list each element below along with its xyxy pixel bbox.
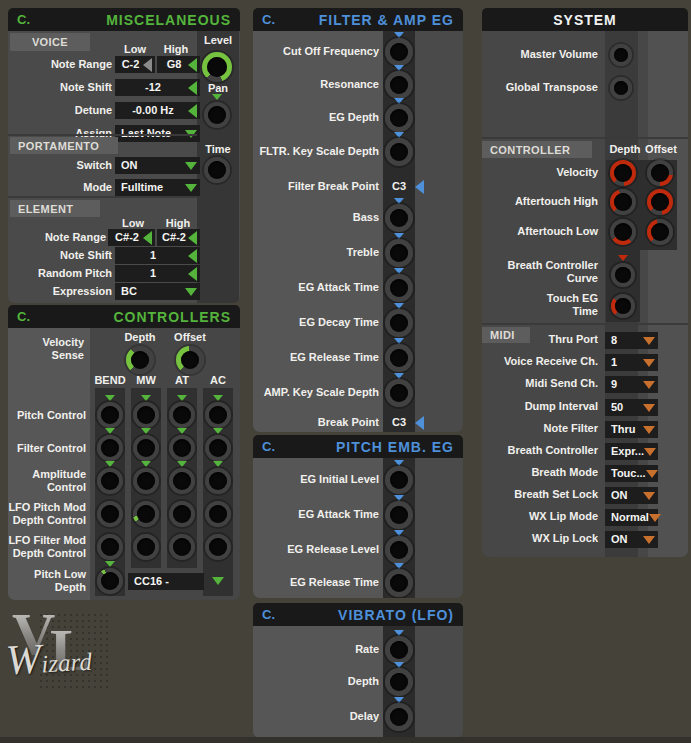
- velocity-depth-knob[interactable]: [610, 160, 636, 186]
- breath-mode-dropdown[interactable]: Touc...: [605, 465, 658, 482]
- level-knob[interactable]: [202, 52, 232, 82]
- vibrato-delay-knob[interactable]: [385, 703, 413, 731]
- dropdown-arrow-icon[interactable]: [643, 337, 655, 345]
- midi-send-ch-dropdown[interactable]: 9: [605, 376, 658, 393]
- velocity-offset-knob[interactable]: [647, 160, 673, 186]
- resonance-knob[interactable]: [385, 71, 413, 99]
- dropdown-arrow-icon[interactable]: [185, 288, 197, 296]
- stepper-left-arrow-icon[interactable]: [188, 81, 197, 95]
- pitch-control-ac-knob[interactable]: [205, 402, 231, 428]
- lfo-filter-mod-mw-knob[interactable]: [133, 534, 159, 560]
- amplitude-control-mw-knob[interactable]: [133, 468, 159, 494]
- dropdown-arrow-icon[interactable]: [644, 448, 656, 456]
- thru-port-dropdown[interactable]: 8: [605, 332, 658, 349]
- dropdown-arrow-icon[interactable]: [643, 359, 655, 367]
- pitch-control-mw-knob[interactable]: [133, 402, 159, 428]
- dropdown-arrow-icon[interactable]: [646, 470, 658, 478]
- dump-interval-dropdown[interactable]: 50: [605, 399, 658, 416]
- eg-attack-time-knob[interactable]: [385, 274, 413, 302]
- vibrato-compare-button[interactable]: C.: [262, 607, 275, 622]
- cc-assign-dropdown[interactable]: CC16 -: [128, 573, 204, 590]
- dropdown-arrow-icon[interactable]: [185, 184, 197, 192]
- aftertouch-low-depth-knob[interactable]: [610, 219, 636, 245]
- amplitude-control-bend-knob[interactable]: [97, 468, 123, 494]
- portamento-time-knob[interactable]: [204, 157, 230, 183]
- misc-compare-button[interactable]: C.: [17, 12, 30, 27]
- touch-eg-time-knob[interactable]: [611, 294, 635, 318]
- pitch-eg-release-level-knob[interactable]: [385, 536, 413, 564]
- element-expression-dropdown[interactable]: BC: [115, 283, 200, 300]
- velocity-sense-offset-knob[interactable]: [176, 346, 204, 374]
- cc-dropdown-arrow-icon[interactable]: [212, 577, 224, 585]
- bass-knob[interactable]: [385, 204, 413, 232]
- breath-controller-dropdown[interactable]: Expr...: [605, 443, 658, 460]
- velocity-sense-depth-knob[interactable]: [126, 346, 154, 374]
- amp-key-scale-depth-knob[interactable]: [385, 379, 413, 407]
- pitch-low-depth-knob[interactable]: [97, 568, 123, 594]
- filter-control-at-knob[interactable]: [169, 435, 195, 461]
- wx-lip-lock-dropdown[interactable]: ON: [605, 531, 658, 548]
- eg-depth-knob[interactable]: [385, 104, 413, 132]
- pitch-eg-attack-time-knob[interactable]: [385, 501, 413, 529]
- lfo-pitch-mod-mw-knob[interactable]: [133, 501, 159, 527]
- eg-decay-time-knob[interactable]: [385, 309, 413, 337]
- vibrato-depth-knob[interactable]: [385, 668, 413, 696]
- aftertouch-high-offset-knob[interactable]: [647, 189, 673, 215]
- stepper-left-arrow-icon[interactable]: [143, 231, 152, 245]
- stepper-left-arrow-icon[interactable]: [188, 58, 197, 72]
- dropdown-arrow-icon[interactable]: [643, 381, 655, 389]
- pitch-eg-release-time-knob[interactable]: [385, 569, 413, 597]
- dropdown-arrow-icon[interactable]: [643, 404, 655, 412]
- aftertouch-low-offset-knob[interactable]: [647, 219, 673, 245]
- value-left-arrow-icon[interactable]: [415, 180, 424, 194]
- lfo-pitch-mod-bend-knob[interactable]: [97, 501, 123, 527]
- note-filter-dropdown[interactable]: Thru: [605, 421, 658, 438]
- lfo-filter-mod-ac-knob[interactable]: [205, 534, 231, 560]
- filter-control-mw-knob[interactable]: [133, 435, 159, 461]
- voice-note-range-low-stepper[interactable]: C-2: [115, 56, 155, 73]
- dropdown-arrow-icon[interactable]: [649, 514, 661, 522]
- dropdown-arrow-icon[interactable]: [643, 492, 655, 500]
- pitch-eg-compare-button[interactable]: C.: [262, 439, 275, 454]
- break-point-value[interactable]: C3: [383, 416, 415, 429]
- pitch-control-at-knob[interactable]: [169, 402, 195, 428]
- fltr-key-scale-depth-knob[interactable]: [385, 138, 413, 166]
- pan-knob[interactable]: [204, 102, 230, 128]
- wx-lip-mode-dropdown[interactable]: Normal: [605, 509, 658, 526]
- portamento-switch-dropdown[interactable]: ON: [115, 157, 200, 174]
- pitch-control-bend-knob[interactable]: [97, 402, 123, 428]
- amplitude-control-at-knob[interactable]: [169, 468, 195, 494]
- dropdown-arrow-icon[interactable]: [643, 426, 655, 434]
- stepper-left-arrow-icon[interactable]: [188, 267, 197, 281]
- lfo-filter-mod-at-knob[interactable]: [169, 534, 195, 560]
- stepper-left-arrow-icon[interactable]: [143, 58, 152, 72]
- filter-control-bend-knob[interactable]: [97, 435, 123, 461]
- element-note-range-low-stepper[interactable]: C#-2: [108, 229, 155, 246]
- controllers-compare-button[interactable]: C.: [17, 309, 30, 324]
- treble-knob[interactable]: [385, 239, 413, 267]
- value-left-arrow-icon[interactable]: [415, 416, 424, 430]
- aftertouch-high-depth-knob[interactable]: [610, 189, 636, 215]
- voice-receive-ch-dropdown[interactable]: 1: [605, 354, 658, 371]
- vibrato-rate-knob[interactable]: [385, 636, 413, 664]
- voice-note-shift-stepper[interactable]: -12: [115, 79, 200, 96]
- voice-detune-stepper[interactable]: -0.00 Hz: [115, 102, 200, 119]
- element-random-pitch-stepper[interactable]: 1: [115, 265, 200, 282]
- stepper-left-arrow-icon[interactable]: [188, 231, 197, 245]
- amplitude-control-ac-knob[interactable]: [205, 468, 231, 494]
- filter-compare-button[interactable]: C.: [262, 12, 275, 27]
- breath-set-lock-dropdown[interactable]: ON: [605, 487, 658, 504]
- filter-control-ac-knob[interactable]: [205, 435, 231, 461]
- filter-break-point-value[interactable]: C3: [383, 180, 415, 193]
- voice-note-range-high-stepper[interactable]: G8: [157, 56, 200, 73]
- portamento-mode-dropdown[interactable]: Fulltime: [115, 179, 200, 196]
- pitch-eg-initial-level-knob[interactable]: [385, 466, 413, 494]
- element-note-shift-stepper[interactable]: 1: [115, 247, 200, 264]
- eg-release-time-knob[interactable]: [385, 344, 413, 372]
- master-volume-knob[interactable]: [610, 44, 632, 66]
- lfo-pitch-mod-ac-knob[interactable]: [205, 501, 231, 527]
- lfo-pitch-mod-at-knob[interactable]: [169, 501, 195, 527]
- element-note-range-high-stepper[interactable]: C#-2: [157, 229, 200, 246]
- dropdown-arrow-icon[interactable]: [643, 536, 655, 544]
- stepper-left-arrow-icon[interactable]: [188, 104, 197, 118]
